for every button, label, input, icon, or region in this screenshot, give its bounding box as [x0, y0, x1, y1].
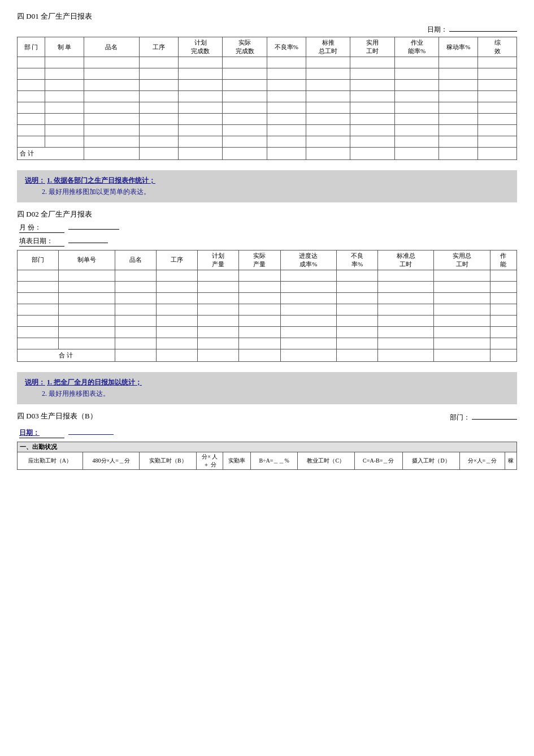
production-monthly-table: 部门 制单号 品名 工序 计划产量 实际产量 进度达成率% 不良率% 标准总工时… [17, 250, 517, 362]
col-actual-qty: 实际完成数 [223, 37, 267, 57]
col2-progress-rate: 进度达成率% [280, 250, 336, 270]
production-daily-b-table: 一、出勤状况 应出勤工时（A） 480分×人=＿分 实勤工时（B） 分× 人＋ … [17, 442, 517, 470]
col2-work-eff: 作能 [490, 250, 516, 270]
section1: 四 D01 全厂生产日报表 日期： 部 门 制 单 品名 工序 计划完成数 实际… [17, 11, 517, 160]
cell-scheduled-hours: 应出勤工时（A） [18, 452, 83, 469]
col-product: 品名 [84, 37, 139, 57]
production-daily-table: 部 门 制 单 品名 工序 计划完成数 实际完成数 不良率% 标推总工时 实用工… [17, 37, 517, 160]
col-std-hours: 标推总工时 [306, 37, 350, 57]
col2-plan-qty: 计划产量 [198, 250, 239, 270]
note2-item2: 2. 最好用推移图表达。 [42, 390, 110, 398]
col-utilization: 稼动率% [439, 37, 478, 57]
group1-header-label: 一、出勤状况 [18, 442, 517, 452]
col2-order: 制单号 [59, 250, 115, 270]
cell-utilization-label: 稼 [505, 452, 516, 469]
table-row [18, 57, 517, 68]
table1-header-row: 部 门 制 单 品名 工序 计划完成数 实际完成数 不良率% 标推总工时 实用工… [18, 37, 517, 57]
cell-teach-hours: 教业工时（C） [297, 452, 354, 469]
note1-item2: 2. 最好用推移图加以更简单的表达。 [42, 188, 150, 196]
section3-title: 四 D03 生产日报表（B） [17, 411, 97, 421]
total-label-2: 合 计 [18, 349, 115, 361]
section3-header: 四 D03 生产日报表（B） 部门： [17, 411, 517, 425]
date-line-1: 日期： [17, 25, 517, 34]
section3-date-label: 日期： [19, 428, 64, 438]
table3-wrapper: 一、出勤状况 应出勤工时（A） 480分×人=＿分 实勤工时（B） 分× 人＋ … [17, 442, 517, 470]
col2-product: 品名 [115, 250, 156, 270]
table-row [18, 91, 517, 102]
col-actual-hours: 实用工时 [350, 37, 395, 57]
col2-process: 工序 [156, 250, 197, 270]
col2-std-hours: 标准总工时 [378, 250, 434, 270]
total-label-1: 合 计 [18, 148, 84, 160]
table-row [18, 315, 517, 326]
col-plan-qty: 计划完成数 [178, 37, 223, 57]
section3-detail-row: 应出勤工时（A） 480分×人=＿分 实勤工时（B） 分× 人＋ 分 实勤率 B… [18, 452, 517, 469]
note1-prefix: 说明： [25, 176, 45, 184]
col2-actual-hours: 实用总工时 [434, 250, 490, 270]
table-row [18, 304, 517, 315]
table2-wrapper: 部门 制单号 品名 工序 计划产量 实际产量 进度达成率% 不良率% 标准总工时… [17, 250, 517, 362]
col2-actual-qty: 实际产量 [239, 250, 280, 270]
col-defect-rate: 不良率% [267, 37, 306, 57]
total-row-2: 合 计 [18, 349, 517, 361]
table1-wrapper: 部 门 制 单 品名 工序 计划完成数 实际完成数 不良率% 标推总工时 实用工… [17, 37, 517, 160]
cell-actual-hours: 实勤工时（B） [140, 452, 197, 469]
section3: 四 D03 生产日报表（B） 部门： 日期： 一、出勤状况 应出勤工时（A） 4… [17, 411, 517, 470]
month-line: 月 份： [17, 223, 517, 233]
fill-date-line: 填表日期： [17, 236, 517, 247]
cell-minutes-calc: 480分×人=＿分 [83, 452, 139, 469]
table-row [18, 136, 517, 148]
cell-attendance-rate: 实勤率 [223, 452, 251, 469]
note1-item1: 1. 依据各部门之生产日报表作统计； [47, 176, 155, 184]
col-dept: 部 门 [18, 37, 45, 57]
cell-attendance-formula: B÷A=＿＿% [251, 452, 297, 469]
col-order: 制 单 [45, 37, 84, 57]
table-row [18, 270, 517, 281]
col-overall-eff: 综效 [478, 37, 517, 57]
note2-prefix: 说明： [25, 378, 45, 386]
table-row [18, 292, 517, 304]
table-row [18, 102, 517, 114]
table2-header-row: 部门 制单号 品名 工序 计划产量 实际产量 进度达成率% 不良率% 标准总工时… [18, 250, 517, 270]
col-work-rate: 作业能率% [394, 37, 439, 57]
table-row [18, 338, 517, 349]
col-process: 工序 [140, 37, 179, 57]
cell-input-hours: 摄入工时（D） [402, 452, 460, 469]
section2-title: 四 D02 全厂生产月报表 [17, 209, 517, 219]
table-row [18, 281, 517, 292]
cell-input-calc: 分×人=＿分 [460, 452, 505, 469]
section3-dept: 部门： [450, 413, 517, 422]
col2-dept: 部门 [18, 250, 59, 270]
note2-item1: 1. 把全厂全月的日报加以统计； [47, 378, 142, 386]
cell-teach-formula: C=A-B=＿分 [354, 452, 402, 469]
table-row [18, 68, 517, 80]
table-row [18, 326, 517, 338]
section3-date-line: 日期： [17, 428, 517, 438]
total-row-1: 合 计 [18, 148, 517, 160]
table-row [18, 125, 517, 136]
cell-actual-calc: 分× 人＋ 分 [197, 452, 223, 469]
note-box-1: 说明： 1. 依据各部门之生产日报表作统计； 2. 最好用推移图加以更简单的表达… [17, 170, 517, 202]
note-box-2: 说明： 1. 把全厂全月的日报加以统计； 2. 最好用推移图表达。 [17, 372, 517, 404]
col2-defect-rate: 不良率% [336, 250, 377, 270]
section1-title: 四 D01 全厂生产日报表 [17, 11, 517, 21]
section2: 四 D02 全厂生产月报表 月 份： 填表日期： 部门 制单号 品名 工序 计划… [17, 209, 517, 362]
group1-header-row: 一、出勤状况 [18, 442, 517, 452]
table-row [18, 80, 517, 91]
table-row [18, 114, 517, 125]
